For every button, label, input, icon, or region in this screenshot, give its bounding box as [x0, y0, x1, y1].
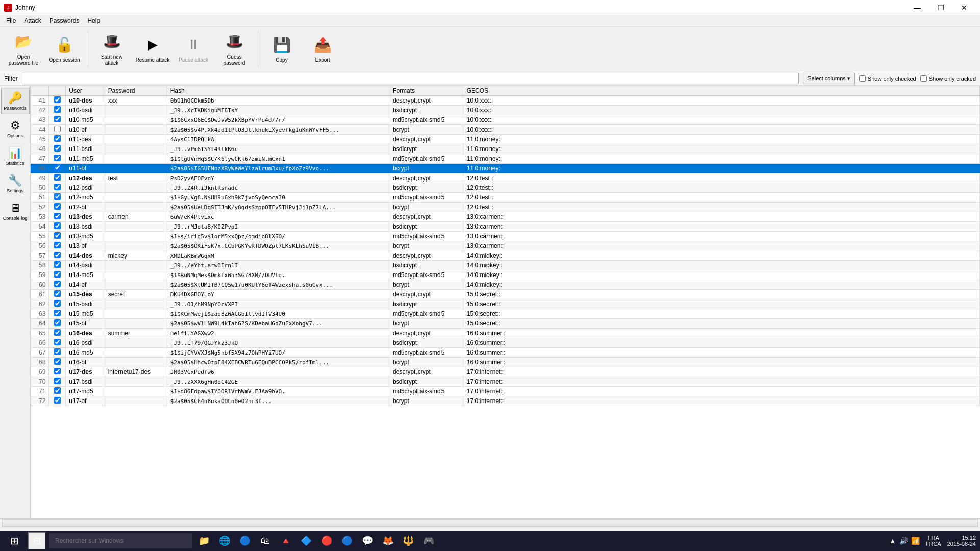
menu-attack[interactable]: Attack [20, 16, 45, 26]
row-checkbox[interactable] [54, 242, 61, 248]
taskbar-store-icon[interactable]: 🛍 [256, 532, 275, 550]
table-row[interactable]: 70u17-bsdi_J9..zXXX6gHn0oC42GEbsdicrypt1… [31, 377, 980, 387]
table-row[interactable]: 62u15-bsdi_J9..O1/hM9NpYOcVXPIbsdicrypt1… [31, 299, 980, 309]
menu-file[interactable]: File [2, 16, 20, 26]
table-row[interactable]: 56u13-bf$2a$05$OKiFsK7x.CCbPGKYwRfDWOZpt… [31, 241, 980, 251]
row-checkbox[interactable] [54, 126, 61, 132]
table-row[interactable]: 59u14-md5$1$RuNMqMek$DmkfxWh3SG78XM//DUV… [31, 270, 980, 280]
row-checkbox[interactable] [54, 300, 61, 307]
row-checkbox[interactable] [54, 261, 61, 268]
show-only-cracked-checkbox[interactable] [920, 75, 927, 82]
table-row[interactable]: 50u12-bsdi_J9..Z4R.iJkntRsnadcbsdicrypt1… [31, 183, 980, 193]
taskbar-volume-icon[interactable]: 🔊 [899, 537, 908, 545]
table-row[interactable]: 41u10-desxxx0bO1hQCOkm5Dbdescrypt,crypt1… [31, 96, 980, 106]
export-button[interactable]: 📤 Export [303, 29, 342, 69]
select-columns-button[interactable]: Select columns ▾ [803, 73, 855, 84]
taskbar-edge-icon[interactable]: 🌐 [215, 532, 234, 550]
table-row[interactable]: 51u12-md5$1$GyLVg8.N$HH9u6xh9k7jvoSyQeoc… [31, 193, 980, 203]
taskbar-firefox-icon[interactable]: 🦊 [379, 532, 397, 550]
row-checkbox[interactable] [54, 358, 61, 365]
taskbar-app11-icon[interactable]: 🎮 [420, 532, 438, 550]
table-row[interactable]: 49u12-destestPsD2yvAFOFvnYdescrypt,crypt… [31, 173, 980, 183]
taskbar-app6-icon[interactable]: 🔷 [297, 532, 315, 550]
row-checkbox[interactable] [54, 106, 61, 113]
row-checkbox[interactable] [54, 348, 61, 355]
pause-attack-button[interactable]: ⏸ Pause attack [174, 29, 213, 69]
maximize-button[interactable]: ❐ [929, 0, 952, 15]
row-checkbox[interactable] [54, 184, 61, 190]
table-row[interactable]: 47u11-md5$1$tgUVnHqS$C/K6lywCKk6/zmiN.mC… [31, 154, 980, 164]
hscroll-track[interactable] [2, 519, 978, 527]
sidebar-item-statistics[interactable]: 📊 Statistics [1, 143, 30, 169]
minimize-button[interactable]: — [905, 0, 929, 15]
row-checkbox[interactable] [54, 387, 61, 394]
resume-attack-button[interactable]: ▶ Resume attack [133, 29, 172, 69]
table-row[interactable]: 63u15-md5$1$KCmMwejI$zaqBZWACGbIllvdIfV3… [31, 309, 980, 319]
table-row[interactable]: 58u14-bsdi_J9../eYht.arwBIrn1Ibsdicrypt1… [31, 261, 980, 270]
table-row[interactable]: 66u16-bsdi_J9..Lf79/QGJYkz3JkQbsdicrypt1… [31, 338, 980, 348]
row-checkbox[interactable] [54, 222, 61, 229]
row-checkbox[interactable] [54, 96, 61, 103]
open-session-button[interactable]: 🔓 Open session [45, 29, 84, 69]
row-checkbox[interactable] [54, 193, 61, 200]
sidebar-item-console[interactable]: 🖥 Console log [1, 198, 30, 224]
row-checkbox[interactable] [54, 319, 61, 326]
row-checkbox[interactable] [54, 213, 61, 219]
table-container[interactable]: User Password Hash Formats GECOS 41u10-d… [31, 86, 980, 518]
taskbar-ie-icon[interactable]: 🔵 [236, 532, 254, 550]
table-row[interactable]: 72u17-bf$2a$05$C64n8ukaOOLn0eO2hr3I...bc… [31, 396, 980, 406]
table-row[interactable]: 67u16-md5$1$ijCYVVXJ$Ng5nbf5X94z7QhPHYi7… [31, 348, 980, 358]
row-checkbox[interactable] [54, 310, 61, 316]
copy-button[interactable]: 💾 Copy [262, 29, 301, 69]
row-checkbox[interactable] [54, 252, 61, 258]
table-row[interactable]: 61u15-dessecretDKU4DXGBOYLoYdescrypt,cry… [31, 290, 980, 299]
filter-input[interactable] [22, 73, 799, 84]
row-checkbox[interactable] [54, 378, 61, 384]
table-row[interactable]: 43u10-md5$1$6CxxQ6EC$QwDvW52kXBpYVrPu4d/… [31, 115, 980, 125]
table-row[interactable]: 71u17-md5$1$d86Fdpaw$IYOOR1VrhWmV.FJAa9b… [31, 387, 980, 396]
taskbar-file-explorer-icon[interactable]: 📁 [195, 532, 213, 550]
taskbar-arrow-icon[interactable]: ▲ [889, 537, 896, 545]
row-checkbox[interactable] [54, 281, 61, 287]
taskbar-app10-icon[interactable]: 🔱 [399, 532, 418, 550]
row-checkbox[interactable] [54, 339, 61, 345]
row-checkbox[interactable] [54, 164, 61, 171]
menu-passwords[interactable]: Passwords [45, 16, 84, 26]
row-checkbox[interactable] [54, 368, 61, 374]
start-button[interactable]: ⊞ [4, 532, 24, 550]
row-checkbox[interactable] [54, 135, 61, 142]
sidebar-item-passwords[interactable]: 🔑 Passwords [1, 88, 30, 114]
table-row[interactable]: 57u14-desmickeyXMDLaKBmWGqxMdescrypt,cry… [31, 251, 980, 261]
row-checkbox[interactable] [54, 290, 61, 297]
show-only-checked-checkbox[interactable] [859, 75, 866, 82]
row-checkbox[interactable] [54, 271, 61, 278]
sidebar-item-options[interactable]: ⚙ Options [1, 115, 30, 142]
table-row[interactable]: 52u12-bf$2a$05$UeLDqSITJmK/y8gdsSzppOTFv… [31, 203, 980, 212]
table-row[interactable]: 45u11-des4AysC1IDPQLkAdescrypt,crypt11:0… [31, 135, 980, 144]
horizontal-scrollbar[interactable] [0, 518, 980, 527]
taskbar-skype-icon[interactable]: 💬 [358, 532, 377, 550]
guess-password-button[interactable]: 🎩 Guess password [215, 29, 254, 69]
start-attack-button[interactable]: 🎩 Start new attack [92, 29, 131, 69]
table-row[interactable]: 54u13-bsdi_J9..rMJota8/K0ZPvpIbsdicrypt1… [31, 222, 980, 232]
table-row[interactable]: 55u13-md5$1$s/irig5v$1orM5xxQpz/omdjo8lX… [31, 232, 980, 241]
taskbar-search[interactable] [49, 533, 192, 548]
table-row[interactable]: 64u15-bf$2a$05$wVlLNW9L4kTahG2S/KDebaH6o… [31, 319, 980, 329]
taskbar-git-icon[interactable]: 🔴 [317, 532, 336, 550]
row-checkbox[interactable] [54, 116, 61, 122]
table-row[interactable]: 48u11-bf$2a$05$IG5UFNnzXRyWeWeYlzalrum3x… [31, 164, 980, 173]
row-checkbox[interactable] [54, 174, 61, 181]
table-row[interactable]: 46u11-bsdi_J9..vPm6TSYt4RlkK6cbsdicrypt1… [31, 144, 980, 154]
table-row[interactable]: 69u17-desinternetu17-desJM03VCxPedfw6des… [31, 367, 980, 377]
row-checkbox[interactable] [54, 203, 61, 210]
row-checkbox[interactable] [54, 232, 61, 239]
task-view-button[interactable]: ⊟ [28, 532, 46, 550]
table-row[interactable]: 60u14-bf$2a$05$XtUMITB7CQ5w17u0KUlY6eT4W… [31, 280, 980, 290]
table-row[interactable]: 53u13-descarmen6uW/eK4PtvLxcdescrypt,cry… [31, 212, 980, 222]
row-checkbox[interactable] [54, 155, 61, 161]
table-row[interactable]: 44u10-bf$2a$05$v4P.Xk4ad1tPtO3JtlkhukLXy… [31, 125, 980, 135]
open-password-button[interactable]: 📂 Open password file [4, 29, 43, 69]
taskbar-app5-icon[interactable]: 🔺 [277, 532, 295, 550]
taskbar-chrome-icon[interactable]: 🔵 [338, 532, 356, 550]
row-checkbox[interactable] [54, 397, 61, 404]
